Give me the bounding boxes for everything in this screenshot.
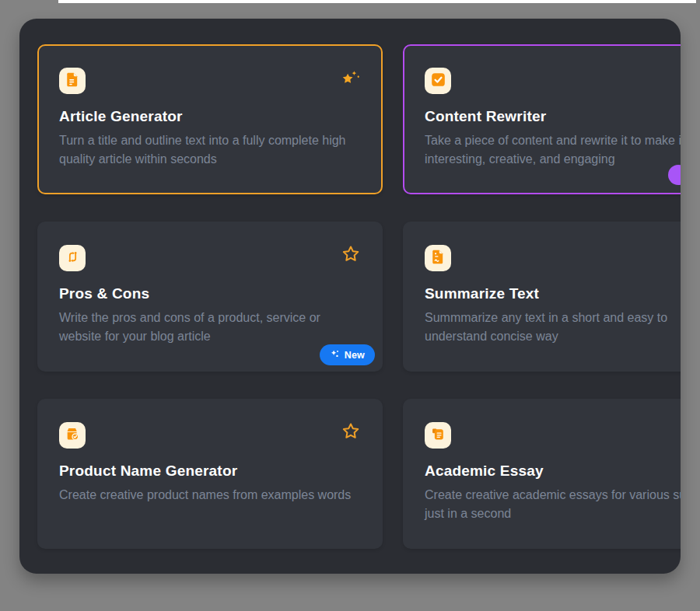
top-edge-strip <box>58 0 696 3</box>
tool-card-grid: Article Generator Turn a title and outli… <box>37 44 681 549</box>
icon-tile <box>425 245 451 271</box>
favorite-star-outline-icon[interactable] <box>341 245 361 265</box>
swap-arrows-icon <box>65 249 81 268</box>
card-description: Summmarize any text in a short and easy … <box>425 309 681 346</box>
scroll-icon <box>430 426 446 445</box>
card-title: Pros & Cons <box>59 285 361 302</box>
icon-tile <box>59 422 86 449</box>
summary-document-icon <box>430 249 446 268</box>
card-description: Take a piece of content and rewrite it t… <box>425 131 681 169</box>
screen: Article Generator Turn a title and outli… <box>0 0 700 611</box>
package-check-icon <box>65 426 81 445</box>
favorite-star-filled-icon[interactable] <box>341 68 361 88</box>
tool-card-pros-cons[interactable]: Pros & Cons Write the pros and cons of a… <box>37 222 383 372</box>
card-top-row <box>59 68 361 94</box>
card-top-row <box>425 68 681 94</box>
card-description: Turn a title and outline text into a ful… <box>59 131 359 169</box>
tool-card-summarize-text[interactable]: Summarize Text Summmarize any text in a … <box>403 222 681 372</box>
card-description: Create creative product names from examp… <box>59 486 359 505</box>
new-badge: New <box>320 344 375 365</box>
tool-card-content-rewriter[interactable]: Content Rewriter Take a piece of content… <box>403 44 681 194</box>
card-top-row <box>59 245 361 271</box>
tool-card-product-name-generator[interactable]: Product Name Generator Create creative p… <box>37 399 383 549</box>
tool-card-academic-essay[interactable]: Academic Essay Create creative academic … <box>403 399 681 549</box>
card-title: Product Name Generator <box>59 463 361 480</box>
tool-card-article-generator[interactable]: Article Generator Turn a title and outli… <box>37 44 383 194</box>
document-icon <box>65 72 81 91</box>
card-top-row <box>425 422 681 449</box>
icon-tile <box>59 68 86 94</box>
icon-tile <box>59 245 86 271</box>
sparkle-icon <box>330 349 340 361</box>
card-title: Academic Essay <box>425 463 681 480</box>
icon-tile <box>425 422 451 449</box>
card-title: Content Rewriter <box>425 108 681 125</box>
card-top-row <box>425 245 681 271</box>
checkbox-icon <box>430 72 446 91</box>
new-badge-label: New <box>345 350 365 361</box>
card-description: Create creative academic essays for vari… <box>425 486 681 523</box>
card-description: Write the pros and cons of a product, se… <box>59 309 359 346</box>
icon-tile <box>425 68 451 94</box>
card-title: Article Generator <box>59 108 361 125</box>
card-title: Summarize Text <box>425 285 681 302</box>
favorite-star-outline-icon[interactable] <box>341 422 361 442</box>
card-top-row <box>59 422 361 449</box>
app-panel: Article Generator Turn a title and outli… <box>19 19 681 574</box>
